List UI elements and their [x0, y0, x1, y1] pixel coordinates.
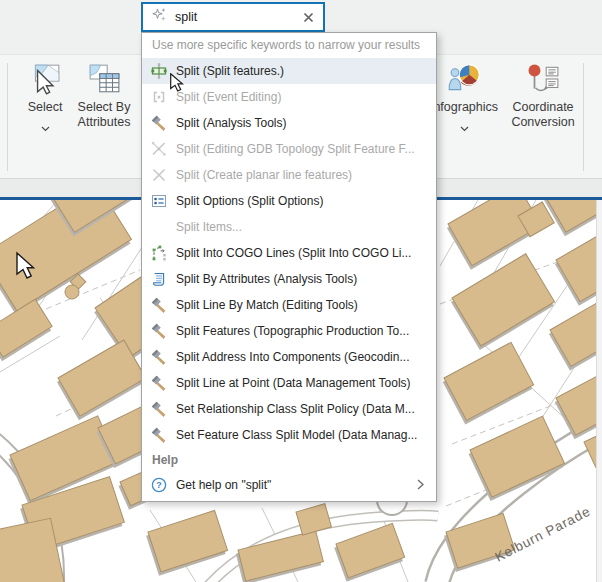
chevron-right-icon [417, 476, 424, 494]
suggestion-label: Split (Editing GDB Topology Split Featur… [176, 142, 415, 156]
suggestion-label: Split Into COGO Lines (Split Into COGO L… [176, 246, 411, 260]
help-icon [151, 477, 167, 493]
suggestion-item[interactable]: Split Line By Match (Editing Tools) [142, 292, 436, 318]
topology-x-icon [151, 141, 167, 157]
suggestion-label: Split Items... [176, 220, 242, 234]
suggestion-item: Split (Event Editing) [142, 84, 436, 110]
get-help-label: Get help on "split" [176, 478, 417, 492]
hammer-icon [151, 349, 167, 365]
split-features-icon [151, 63, 167, 79]
infographics-label: Infographics [430, 100, 498, 115]
suggestion-item[interactable]: Split (Split features.) [142, 58, 436, 84]
hammer-icon [151, 297, 167, 313]
suggestion-item[interactable]: Split (Analysis Tools) [142, 110, 436, 136]
suggestion-label: Split (Event Editing) [176, 90, 281, 104]
suggestion-item[interactable]: Split Options (Split Options) [142, 188, 436, 214]
none-icon [151, 219, 167, 235]
help-section-header: Help [142, 448, 436, 471]
chevron-down-icon [460, 118, 469, 136]
search-suggestions-dropdown: Use more specific keywords to narrow you… [141, 32, 437, 502]
coordinate-conversion-icon [525, 61, 561, 97]
group-separator [7, 63, 8, 171]
suggestion-label: Split (Split features.) [176, 64, 284, 78]
search-sparkle-icon [151, 7, 167, 27]
select-tool-icon [27, 61, 63, 97]
hammer-icon [151, 375, 167, 391]
suggestion-label: Split (Create planar line features) [176, 168, 352, 182]
suggestion-label: Split Line By Match (Editing Tools) [176, 298, 358, 312]
suggestion-item: Split (Editing GDB Topology Split Featur… [142, 136, 436, 162]
hammer-icon [151, 427, 167, 443]
infographics-button[interactable]: Infographics [426, 61, 502, 136]
suggestion-label: Split Address Into Components (Geocodin.… [176, 350, 409, 364]
clear-search-icon[interactable] [301, 10, 315, 24]
select-button[interactable]: Select [16, 61, 74, 136]
suggestion-label: Split Features (Topographic Production T… [176, 324, 409, 338]
select-by-attributes-icon [86, 61, 122, 97]
event-editing-icon [151, 89, 167, 105]
suggestion-label: Split Options (Split Options) [176, 194, 323, 208]
group-separator [583, 63, 584, 171]
suggestion-item[interactable]: Split Into COGO Lines (Split Into COGO L… [142, 240, 436, 266]
select-by-attributes-button[interactable]: Select By Attributes [72, 61, 136, 131]
planar-x-icon [151, 167, 167, 183]
suggestion-label: Split By Attributes (Analysis Tools) [176, 272, 357, 286]
select-label: Select [28, 100, 63, 115]
suggestion-item[interactable]: Set Feature Class Split Model (Data Mana… [142, 422, 436, 448]
map-right-scroll-strip[interactable] [596, 200, 602, 582]
suggestion-item: Split (Create planar line features) [142, 162, 436, 188]
suggestion-item: Split Items... [142, 214, 436, 240]
suggestion-item[interactable]: Split Features (Topographic Production T… [142, 318, 436, 344]
suggestion-item[interactable]: Set Relationship Class Split Policy (Dat… [142, 396, 436, 422]
suggestion-item[interactable]: Split Line at Point (Data Management Too… [142, 370, 436, 396]
coordinate-conversion-label: Coordinate Conversion [508, 100, 578, 131]
suggestion-label: Set Feature Class Split Model (Data Mana… [176, 428, 417, 442]
pointer-cursor-icon [170, 73, 184, 96]
get-help-item[interactable]: Get help on "split" [142, 471, 436, 499]
search-input[interactable]: split [175, 10, 301, 24]
cogo-icon [151, 245, 167, 261]
suggestion-label: Set Relationship Class Split Policy (Dat… [176, 402, 415, 416]
hammer-icon [151, 323, 167, 339]
suggestion-item[interactable]: Split Address Into Components (Geocodin.… [142, 344, 436, 370]
suggestion-list: Split (Split features.)Split (Event Edit… [142, 58, 436, 448]
suggestion-label: Split (Analysis Tools) [176, 116, 286, 130]
suggestion-label: Split Line at Point (Data Management Too… [176, 376, 411, 390]
command-search-box[interactable]: split [141, 2, 325, 32]
hammer-icon [151, 115, 167, 131]
hammer-icon [151, 401, 167, 417]
coordinate-conversion-button[interactable]: Coordinate Conversion [508, 61, 578, 131]
select-by-attributes-label: Select By Attributes [72, 100, 136, 131]
script-icon [151, 271, 167, 287]
chevron-down-icon [41, 118, 50, 136]
suggestion-item[interactable]: Split By Attributes (Analysis Tools) [142, 266, 436, 292]
suggestions-hint: Use more specific keywords to narrow you… [142, 33, 436, 58]
split-options-icon [151, 193, 167, 209]
infographics-icon [446, 61, 482, 97]
